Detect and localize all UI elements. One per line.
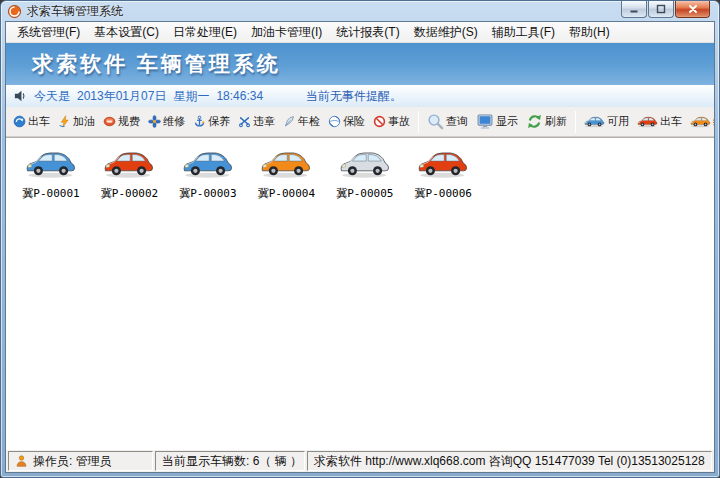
menu-item-daily-processing[interactable]: 日常处理(E) xyxy=(166,22,244,43)
menu-item-auxiliary-tools[interactable]: 辅助工具(F) xyxy=(485,22,562,43)
toolbar-label: 维修 xyxy=(713,114,714,129)
toolbar-label: 保险 xyxy=(343,114,365,129)
car-icon xyxy=(103,148,155,179)
car-icon xyxy=(182,148,234,179)
vehicle-item[interactable]: 冀P-00003 xyxy=(171,148,245,201)
window-controls xyxy=(621,1,710,18)
fuel-bolt-icon xyxy=(58,115,71,128)
plate-label: 冀P-00002 xyxy=(101,186,158,201)
car-icon xyxy=(417,148,469,179)
info-bar: 今天是 2013年01月07日 星期一 18:46:34 当前无事件提醒。 xyxy=(6,85,714,107)
filter-button-repairing[interactable]: 维修 xyxy=(687,111,714,132)
vehicle-item[interactable]: 冀P-00002 xyxy=(92,148,166,201)
car-icon xyxy=(584,115,605,128)
application-window: 求索车辆管理系统 系统管理(F) 基本设置(C) 日常处理(E) 加油卡管理(I… xyxy=(0,0,720,478)
notice-text: 当前无事件提醒。 xyxy=(306,88,402,105)
speaker-icon xyxy=(14,89,28,103)
minimize-button[interactable] xyxy=(621,1,647,18)
plate-label: 冀P-00005 xyxy=(336,186,393,201)
toolbar-label: 违章 xyxy=(253,114,275,129)
operator-text: 操作员: 管理员 xyxy=(33,453,112,470)
toolbar-button-insurance[interactable]: 保险 xyxy=(325,111,368,132)
banner: 求索软件 车辆管理系统 xyxy=(6,43,714,85)
toolbar-button-depart[interactable]: 出车 xyxy=(10,111,53,132)
title-bar[interactable]: 求索车辆管理系统 xyxy=(1,1,719,21)
toolbar-button-refuel[interactable]: 加油 xyxy=(55,111,98,132)
vendor-info-text: 求索软件 http://www.xlq668.com 咨询QQ 15147703… xyxy=(314,453,705,470)
toolbar-button-refresh[interactable]: 刷新 xyxy=(523,110,570,133)
no-entry-icon xyxy=(373,115,386,128)
maximize-button[interactable] xyxy=(648,1,674,18)
time-text: 18:46:34 xyxy=(216,89,263,103)
vendor-info-status: 求索软件 http://www.xlq668.com 咨询QQ 15147703… xyxy=(307,451,712,471)
menu-item-system-management[interactable]: 系统管理(F) xyxy=(10,22,87,43)
toolbar-button-fees[interactable]: 规费 xyxy=(100,111,143,132)
filter-button-available[interactable]: 可用 xyxy=(581,111,632,132)
car-icon xyxy=(690,115,711,128)
vehicle-list: 冀P-00001 冀P-00002 冀P-00003 冀P-00004 冀P-0… xyxy=(6,137,714,450)
toolbar-separator xyxy=(418,111,419,133)
toolbar-label: 出车 xyxy=(28,114,50,129)
search-icon xyxy=(427,113,444,130)
toolbar-label: 维修 xyxy=(163,114,185,129)
status-bar: 操作员: 管理员 当前显示车辆数: 6（ 辆 ） 求索软件 http://www… xyxy=(6,450,714,472)
app-icon xyxy=(7,4,22,19)
toolbar: 出车 加油 规费 维修 保养 xyxy=(6,107,714,137)
banner-title: 求索软件 车辆管理系统 xyxy=(32,50,281,78)
toolbar-button-repair[interactable]: 维修 xyxy=(145,111,188,132)
vehicle-item[interactable]: 冀P-00005 xyxy=(328,148,402,201)
toolbar-label: 刷新 xyxy=(545,114,567,129)
toolbar-button-accident[interactable]: 事故 xyxy=(370,111,413,132)
car-icon xyxy=(25,148,77,179)
refresh-icon xyxy=(526,113,543,130)
vehicle-item[interactable]: 冀P-00006 xyxy=(406,148,480,201)
scissors-icon xyxy=(238,115,251,128)
toolbar-label: 显示 xyxy=(496,114,518,129)
monitor-icon xyxy=(476,113,494,130)
toolbar-label: 规费 xyxy=(118,114,140,129)
toolbar-label: 加油 xyxy=(73,114,95,129)
date-text: 2013年01月07日 xyxy=(77,88,166,105)
menu-item-fuel-card-management[interactable]: 加油卡管理(I) xyxy=(244,22,329,43)
toolbar-button-violation[interactable]: 违章 xyxy=(235,111,278,132)
vehicle-count-status: 当前显示车辆数: 6（ 辆 ） xyxy=(155,451,305,471)
toolbar-label: 事故 xyxy=(388,114,410,129)
propeller-icon xyxy=(148,115,161,128)
toolbar-button-maintenance[interactable]: 保养 xyxy=(190,111,233,132)
vehicle-item[interactable]: 冀P-00004 xyxy=(249,148,323,201)
weekday-text: 星期一 xyxy=(173,88,209,105)
anchor-icon xyxy=(193,115,206,128)
toolbar-button-inspection[interactable]: 年检 xyxy=(280,111,323,132)
vehicle-count-text: 当前显示车辆数: 6（ 辆 ） xyxy=(162,453,302,470)
car-icon xyxy=(637,115,658,128)
plate-label: 冀P-00006 xyxy=(415,186,472,201)
car-icon xyxy=(339,148,391,179)
menu-item-basic-settings[interactable]: 基本设置(C) xyxy=(87,22,166,43)
car-icon xyxy=(260,148,312,179)
toolbar-button-query[interactable]: 查询 xyxy=(424,110,471,133)
quill-pen-icon xyxy=(283,115,296,128)
close-button[interactable] xyxy=(675,1,710,18)
toolbar-label: 保养 xyxy=(208,114,230,129)
window-frame: 求索车辆管理系统 系统管理(F) 基本设置(C) 日常处理(E) 加油卡管理(I… xyxy=(0,0,720,478)
close-icon xyxy=(687,3,699,15)
vehicle-item[interactable]: 冀P-00001 xyxy=(14,148,88,201)
toolbar-label: 查询 xyxy=(446,114,468,129)
minimize-icon xyxy=(628,3,640,15)
toolbar-button-display[interactable]: 显示 xyxy=(473,110,521,133)
coin-icon xyxy=(103,115,116,128)
filter-button-out[interactable]: 出车 xyxy=(634,111,685,132)
plate-label: 冀P-00001 xyxy=(22,186,79,201)
toolbar-label: 可用 xyxy=(607,114,629,129)
menu-item-statistics-reports[interactable]: 统计报表(T) xyxy=(329,22,406,43)
menu-item-data-maintenance[interactable]: 数据维护(S) xyxy=(407,22,485,43)
toolbar-label: 出车 xyxy=(660,114,682,129)
plate-label: 冀P-00004 xyxy=(258,186,315,201)
today-label: 今天是 xyxy=(34,88,70,105)
maximize-icon xyxy=(655,3,667,15)
operator-status: 操作员: 管理员 xyxy=(8,451,153,471)
ball-icon xyxy=(328,115,341,128)
menu-item-help[interactable]: 帮助(H) xyxy=(562,22,617,43)
toolbar-label: 年检 xyxy=(298,114,320,129)
globe-arrow-icon xyxy=(13,115,26,128)
